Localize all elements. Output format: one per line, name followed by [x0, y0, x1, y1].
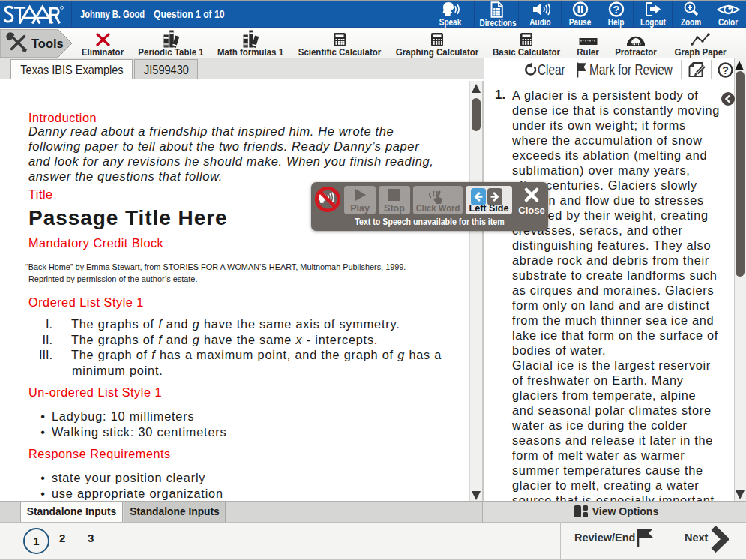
svg-text:?: ?	[722, 64, 729, 76]
svg-text:Tools: Tools	[31, 37, 64, 50]
svg-text:?: ?	[613, 4, 619, 16]
